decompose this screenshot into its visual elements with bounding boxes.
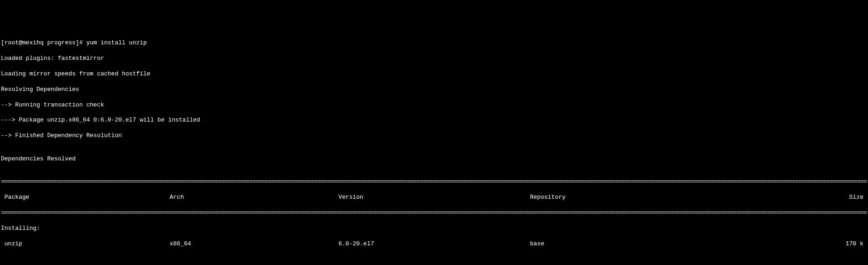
header-package: Package bbox=[1, 194, 170, 201]
divider: ========================================… bbox=[1, 209, 867, 217]
output-line: ---> Package unzip.x86_64 0:6.0-20.el7 w… bbox=[1, 117, 867, 124]
output-line: Loaded plugins: fastestmirror bbox=[1, 55, 867, 63]
output-line: --> Running transaction check bbox=[1, 101, 867, 109]
table-header: PackageArchVersionRepositorySize bbox=[1, 194, 867, 201]
output-line: Dependencies Resolved bbox=[1, 155, 867, 163]
output-line: --> Finished Dependency Resolution bbox=[1, 132, 867, 140]
header-version: Version bbox=[338, 194, 530, 201]
header-size: Size bbox=[699, 194, 867, 201]
header-arch: Arch bbox=[170, 194, 338, 201]
header-repository: Repository bbox=[530, 194, 699, 201]
pkg-size: 170 k bbox=[699, 240, 867, 248]
pkg-arch: x86_64 bbox=[170, 240, 338, 248]
output-line: Loading mirror speeds from cached hostfi… bbox=[1, 70, 867, 78]
shell-prompt: [root@mexihq progress]# bbox=[1, 39, 86, 47]
package-row: unzipx86_646.0-20.el7base170 k bbox=[1, 240, 867, 248]
prompt-line[interactable]: [root@mexihq progress]# yum install unzi… bbox=[1, 39, 867, 47]
pkg-name: unzip bbox=[1, 240, 170, 248]
output-line: Resolving Dependencies bbox=[1, 86, 867, 94]
pkg-repo: base bbox=[530, 240, 699, 248]
section-installing: Installing: bbox=[1, 225, 867, 233]
divider: ========================================… bbox=[1, 178, 867, 186]
pkg-version: 6.0-20.el7 bbox=[338, 240, 530, 248]
blank-line bbox=[1, 255, 867, 263]
command-input[interactable]: yum install unzip bbox=[86, 39, 147, 47]
terminal-output: [root@mexihq progress]# yum install unzi… bbox=[1, 32, 867, 265]
